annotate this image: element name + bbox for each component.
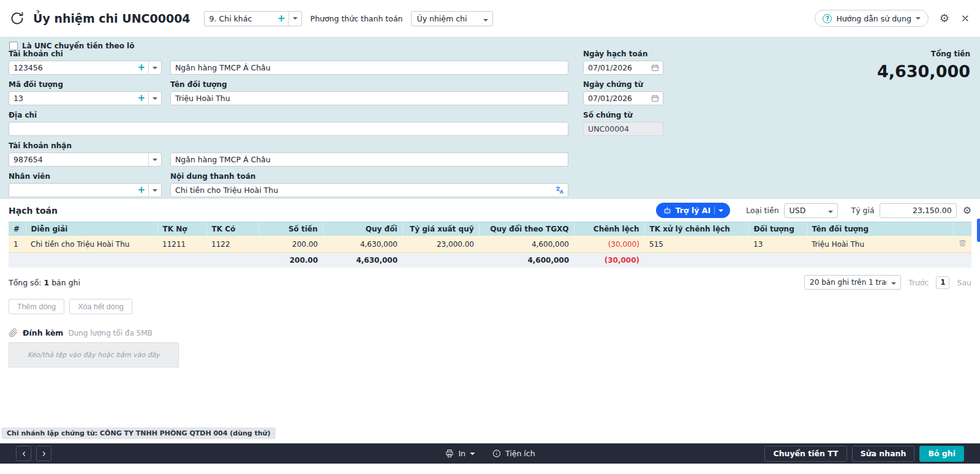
employee-combo[interactable]: +	[9, 183, 162, 197]
col-object: Đối tượng	[748, 222, 807, 236]
document-date-input[interactable]	[584, 92, 647, 105]
object-code-combo[interactable]: +	[9, 91, 162, 105]
next-document-button[interactable]	[36, 446, 51, 461]
total-amount-value: 4,630,000	[877, 62, 970, 81]
add-object-icon[interactable]: +	[134, 94, 148, 103]
add-category-icon[interactable]: +	[274, 14, 288, 23]
calendar-icon[interactable]	[647, 64, 663, 72]
voucher-category-select[interactable]: 9. Chi khác +	[204, 11, 302, 26]
add-row-button[interactable]: Thêm dòng	[9, 299, 64, 314]
employee-caret[interactable]	[148, 184, 161, 197]
pay-account-input[interactable]	[9, 61, 134, 74]
currency-select[interactable]: USD	[784, 203, 838, 218]
cell-object-name[interactable]: Triệu Hoài Thu	[807, 236, 953, 253]
grid-settings-gear-icon[interactable]: ⚙	[963, 206, 971, 216]
object-name-input[interactable]	[170, 91, 568, 105]
quick-edit-button[interactable]: Sửa nhanh	[852, 446, 915, 462]
add-account-icon[interactable]: +	[134, 63, 148, 72]
payment-content-combo[interactable]	[170, 183, 568, 197]
paperclip-icon	[9, 328, 18, 337]
posting-date-input[interactable]	[584, 61, 647, 74]
document-number-input[interactable]	[583, 122, 663, 136]
col-converted: Quy đổi	[323, 222, 402, 236]
cell-description[interactable]: Chi tiền cho Triệu Hoài Thu	[26, 236, 157, 253]
currency-label: Loại tiền	[746, 206, 779, 215]
clear-rows-button[interactable]: Xóa hết dòng	[69, 299, 132, 314]
exchange-rate-input[interactable]	[880, 203, 957, 218]
unpost-button[interactable]: Bỏ ghi	[919, 446, 964, 462]
current-page[interactable]: 1	[936, 276, 949, 289]
receive-bank-input[interactable]	[170, 152, 568, 167]
pay-account-combo[interactable]: +	[9, 61, 162, 75]
next-page-button[interactable]: Sau	[957, 278, 971, 287]
exchange-rate-label: Tỷ giá	[851, 206, 875, 215]
category-caret-button[interactable]	[288, 12, 301, 26]
file-dropzone[interactable]: Kéo/thả tệp vào đây hoặc bấm vào đây	[9, 342, 179, 367]
cell-converted-by-rate[interactable]: 4,600,000	[479, 236, 574, 253]
chevron-down-icon	[718, 209, 723, 212]
payment-method-select[interactable]: Ủy nhiệm chi	[411, 11, 493, 26]
grid-total-row: 200.00 4,630,000 4,600,000 (30,000)	[9, 253, 971, 268]
close-icon[interactable]	[960, 13, 970, 23]
cell-debit-account[interactable]: 11211	[157, 236, 206, 253]
print-label: In	[458, 449, 466, 458]
col-outflow-rate: Tỷ giá xuất quỹ	[402, 222, 479, 236]
object-code-label: Mã đối tượng	[9, 80, 162, 89]
prev-page-button[interactable]: Trước	[908, 278, 929, 287]
batch-transfer-checkbox[interactable]	[9, 42, 18, 50]
payment-method-value: Ủy nhiệm chi	[412, 14, 479, 23]
cell-difference[interactable]: (30,000)	[574, 236, 644, 253]
voucher-category-value: 9. Chi khác	[205, 14, 274, 23]
cell-object[interactable]: 13	[748, 236, 807, 253]
posting-date-combo[interactable]	[583, 61, 663, 75]
posting-date-label: Ngày hạch toán	[583, 50, 663, 59]
add-employee-icon[interactable]: +	[134, 186, 148, 195]
print-button[interactable]: In	[445, 449, 475, 458]
help-label: Hướng dẫn sử dụng	[836, 14, 911, 23]
previous-document-button[interactable]	[16, 446, 31, 461]
object-code-caret[interactable]	[148, 92, 161, 105]
attachment-hint: Dung lượng tối đa 5MB	[68, 329, 152, 337]
col-difference-account: TK xử lý chênh lệch	[644, 222, 748, 236]
address-input[interactable]	[9, 122, 568, 136]
pay-account-caret[interactable]	[148, 61, 161, 74]
col-credit-account: TK Có	[206, 222, 258, 236]
document-date-combo[interactable]	[583, 91, 663, 105]
cell-credit-account[interactable]: 1122	[206, 236, 258, 253]
utilities-button[interactable]: Tiện ích	[492, 449, 535, 458]
page-size-value: 20 bản ghi trên 1 trang	[805, 278, 887, 287]
accounting-section: Hạch toán Trợ lý AI Loại tiền USD Tỷ giá	[0, 199, 980, 367]
record-count: 1	[43, 278, 49, 287]
col-index: #	[9, 222, 26, 236]
object-code-input[interactable]	[9, 92, 134, 105]
side-panel-handle[interactable]	[977, 219, 980, 242]
translate-icon[interactable]	[551, 186, 568, 195]
chevron-down-icon	[916, 17, 921, 20]
payment-content-input[interactable]	[171, 184, 551, 197]
calendar-icon[interactable]	[647, 94, 663, 102]
employee-label: Nhân viên	[9, 172, 162, 181]
ai-assistant-button[interactable]: Trợ lý AI	[656, 203, 730, 218]
employee-input[interactable]	[9, 184, 134, 197]
info-icon	[492, 449, 501, 458]
page-size-select[interactable]: 20 bản ghi trên 1 trang	[804, 275, 901, 290]
cell-outflow-rate[interactable]: 23,000.00	[402, 236, 479, 253]
bottom-toolbar: In Tiện ích Chuyển tiền TT Sửa nhanh Bỏ …	[0, 443, 980, 464]
cell-index: 1	[9, 236, 26, 253]
delete-row-icon[interactable]	[953, 236, 971, 253]
question-icon: ?	[823, 14, 832, 23]
total-amount-label: Tổng tiền	[877, 50, 970, 58]
pay-bank-input[interactable]	[170, 61, 568, 75]
tt-transfer-button[interactable]: Chuyển tiền TT	[764, 446, 846, 462]
receive-account-caret[interactable]	[148, 153, 161, 166]
receive-account-combo[interactable]	[9, 152, 162, 167]
receive-account-input[interactable]	[9, 153, 148, 166]
settings-gear-icon[interactable]: ⚙	[940, 13, 949, 24]
cell-converted[interactable]: 4,630,000	[323, 236, 402, 253]
help-button[interactable]: ? Hướng dẫn sử dụng	[815, 10, 928, 27]
printer-icon	[445, 449, 454, 458]
ai-assistant-label: Trợ lý AI	[676, 206, 710, 215]
cell-amount[interactable]: 200.00	[258, 236, 323, 253]
cell-difference-account[interactable]: 515	[644, 236, 748, 253]
payment-order-window: Ủy nhiệm chi UNC00004 9. Chi khác + Phươ…	[0, 0, 980, 474]
